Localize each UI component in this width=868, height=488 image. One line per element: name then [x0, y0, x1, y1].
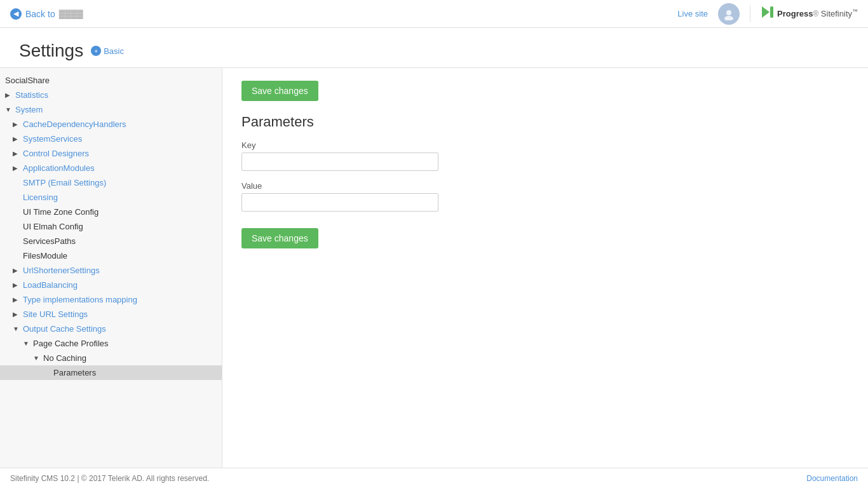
tree-arrow-urlshortenersettings: ▶ [13, 267, 20, 274]
sidebar-item-filesmodule[interactable]: FilesModule [0, 248, 222, 263]
footer-copyright: Sitefinity CMS 10.2 | © 2017 Telerik AD.… [10, 474, 209, 483]
tree-arrow-outputcachesettings: ▼ [13, 325, 20, 332]
tree-arrow-siteurlsettings: ▶ [13, 311, 20, 318]
sidebar-item-label-pagecacheprofiles: Page Cache Profiles [33, 339, 109, 348]
live-site-link[interactable]: Live site [677, 9, 708, 18]
tree-arrow-controldesigners: ▶ [13, 150, 20, 157]
documentation-link[interactable]: Documentation [806, 474, 858, 483]
topbar-right: Live site Progress® Sitefinity™ [677, 3, 858, 25]
footer: Sitefinity CMS 10.2 | © 2017 Telerik AD.… [0, 468, 868, 488]
sidebar-item-label-licensing: Licensing [23, 193, 58, 202]
basic-circle-icon: + [91, 46, 101, 56]
key-field-group: Key [241, 140, 849, 171]
avatar[interactable] [718, 3, 740, 25]
tree-arrow-typeimplementationsmapping: ▶ [13, 296, 20, 303]
progress-icon [761, 5, 775, 22]
sidebar-item-parameters[interactable]: Parameters [0, 365, 222, 380]
sidebar-item-label-smtp: SMTP (Email Settings) [23, 178, 106, 187]
save-changes-top-button[interactable]: Save changes [241, 81, 318, 101]
sidebar-item-pagecacheprofiles[interactable]: ▼Page Cache Profiles [0, 336, 222, 351]
sidebar-item-label-typeimplementationsmapping: Type implementations mapping [23, 295, 137, 304]
sidebar-item-socialshare[interactable]: SocialShare [0, 73, 222, 88]
parameters-title: Parameters [241, 114, 849, 130]
sidebar-item-label-systemservices: SystemServices [23, 134, 82, 144]
sidebar-item-uielmahconfig[interactable]: UI Elmah Config [0, 219, 222, 234]
page-title: Settings [19, 41, 83, 61]
sidebar-item-smtp[interactable]: SMTP (Email Settings) [0, 175, 222, 190]
key-label: Key [241, 140, 849, 150]
back-arrow-icon: ◀ [10, 8, 22, 20]
back-to-nav[interactable]: ◀ Back to ▓▓▓▓ [10, 8, 83, 20]
sidebar-item-label-servicespaths: ServicesPaths [23, 236, 76, 246]
tree-arrow-system: ▼ [5, 106, 13, 113]
sidebar-item-cachedependencyhandlers[interactable]: ▶CacheDependencyHandlers [0, 117, 222, 132]
sidebar-item-label-outputcachesettings: Output Cache Settings [23, 324, 106, 334]
main-content: Save changes Parameters Key Value Save c… [222, 68, 868, 468]
sidebar-item-label-cachedependencyhandlers: CacheDependencyHandlers [23, 119, 126, 129]
sidebar-item-typeimplementationsmapping[interactable]: ▶Type implementations mapping [0, 292, 222, 307]
basic-label: Basic [104, 46, 124, 56]
sidebar-item-siteurlsettings[interactable]: ▶Site URL Settings [0, 307, 222, 322]
content-area: SocialShare▶Statistics▼System▶CacheDepen… [0, 67, 868, 468]
svg-point-0 [726, 10, 731, 15]
tree-arrow-systemservices: ▶ [13, 135, 20, 142]
sidebar-item-label-socialshare: SocialShare [5, 76, 50, 85]
sidebar-item-systemservices[interactable]: ▶SystemServices [0, 132, 222, 146]
svg-point-1 [724, 16, 733, 20]
sidebar-item-controldesigners[interactable]: ▶Control Designers [0, 146, 222, 161]
sidebar-item-label-parameters: Parameters [53, 368, 96, 377]
tree-arrow-statistics: ▶ [5, 92, 13, 98]
tree-arrow-pagecacheprofiles: ▼ [23, 340, 31, 347]
save-changes-bottom-button[interactable]: Save changes [241, 228, 318, 248]
sidebar-item-label-filesmodule: FilesModule [23, 251, 67, 261]
tree-arrow-loadbalancing: ▶ [13, 281, 20, 288]
sidebar-item-servicespaths[interactable]: ServicesPaths [0, 234, 222, 248]
sidebar-item-urlshortenersettings[interactable]: ▶UrlShortenerSettings [0, 263, 222, 278]
sidebar-item-label-statistics: Statistics [15, 90, 48, 100]
tree-arrow-nocaching: ▼ [33, 355, 41, 362]
svg-marker-2 [762, 6, 770, 18]
tree-arrow-cachedependencyhandlers: ▶ [13, 121, 20, 128]
sidebar-item-statistics[interactable]: ▶Statistics [0, 88, 222, 102]
value-label: Value [241, 181, 849, 191]
sidebar-item-label-siteurlsettings: Site URL Settings [23, 309, 88, 319]
brand: Progress® Sitefinity™ [750, 5, 858, 22]
brand-name: Progress® Sitefinity™ [777, 8, 858, 18]
sidebar-item-label-nocaching: No Caching [43, 353, 86, 363]
sidebar: SocialShare▶Statistics▼System▶CacheDepen… [0, 68, 222, 468]
basic-link[interactable]: + Basic [91, 46, 124, 56]
sidebar-item-system[interactable]: ▼System [0, 102, 222, 117]
sidebar-item-applicationmodules[interactable]: ▶ApplicationModules [0, 161, 222, 175]
page-header: Settings + Basic [0, 28, 868, 67]
sidebar-item-uitimezoneconfig[interactable]: UI Time Zone Config [0, 205, 222, 219]
sidebar-item-label-uitimezoneconfig: UI Time Zone Config [23, 207, 98, 217]
sidebar-item-nocaching[interactable]: ▼No Caching [0, 351, 222, 365]
topbar: ◀ Back to ▓▓▓▓ Live site Progress® Sitef… [0, 0, 868, 28]
sidebar-item-licensing[interactable]: Licensing [0, 190, 222, 205]
sidebar-item-outputcachesettings[interactable]: ▼Output Cache Settings [0, 322, 222, 336]
svg-rect-3 [770, 6, 773, 18]
back-to-label: Back to [25, 9, 55, 19]
value-field-group: Value [241, 181, 849, 212]
sidebar-item-label-applicationmodules: ApplicationModules [23, 163, 95, 173]
sidebar-item-label-uielmahconfig: UI Elmah Config [23, 222, 83, 231]
tree-arrow-applicationmodules: ▶ [13, 165, 20, 172]
sidebar-item-loadbalancing[interactable]: ▶LoadBalancing [0, 278, 222, 292]
back-to-site: ▓▓▓▓ [59, 9, 83, 18]
value-input[interactable] [241, 193, 438, 212]
sidebar-item-label-loadbalancing: LoadBalancing [23, 280, 78, 290]
progress-logo: Progress® Sitefinity™ [761, 5, 858, 22]
sidebar-item-label-urlshortenersettings: UrlShortenerSettings [23, 266, 100, 275]
sidebar-item-label-controldesigners: Control Designers [23, 149, 89, 158]
sidebar-item-label-system: System [15, 105, 43, 114]
key-input[interactable] [241, 152, 438, 171]
